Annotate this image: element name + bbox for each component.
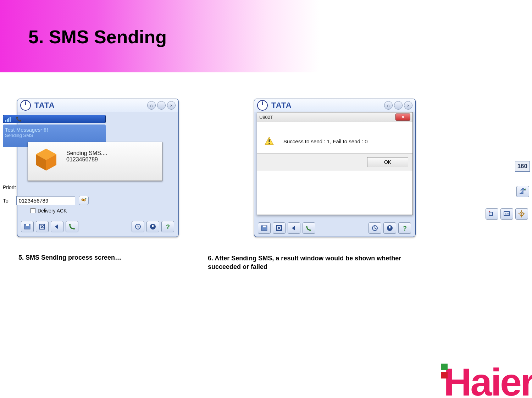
svg-rect-34 [389,226,390,228]
history-button[interactable] [368,222,381,234]
back-button[interactable] [51,221,63,232]
template-button[interactable]: 123 [500,208,513,220]
close-button[interactable]: × [167,101,176,110]
svg-rect-28 [263,226,266,227]
dialog-title: U802T [259,115,273,120]
ok-button[interactable]: OK [367,157,408,167]
svg-rect-25 [269,139,270,142]
back-button[interactable] [288,222,300,234]
to-label: To [3,198,9,204]
brand-label: TATA [34,101,55,110]
dialog-message: Success to send : 1, Fail to send : 0 [283,138,368,144]
result-dialog: U802T ✕ Success to send : 1, Fail to sen… [257,112,413,215]
help-button[interactable]: ? [398,222,411,234]
svg-text:123: 123 [505,213,509,215]
svg-point-18 [69,224,71,225]
package-icon [34,147,59,172]
logo-red-square-icon [441,372,448,378]
compose-side-buttons-2: 123 [484,207,529,221]
svg-text:?: ? [166,223,170,230]
delivery-ack-row[interactable]: Delivery ACK [31,208,67,214]
page-title: 5. SMS Sending [28,26,167,48]
settings-button[interactable] [515,208,528,220]
window-titlebar: TATA ⌂ – × [17,99,178,112]
delivery-ack-checkbox[interactable] [31,208,35,213]
brand-label: TATA [271,101,292,110]
reply-button[interactable] [486,208,498,220]
dialog-close-button[interactable]: ✕ [395,114,410,121]
save-button[interactable] [258,222,271,234]
signal-icon [5,117,14,122]
window-titlebar: TATA ⌂ – × [254,99,415,112]
svg-rect-26 [269,143,270,144]
haier-logo: Haier [444,359,532,398]
home-button[interactable] [146,221,159,232]
pin-button[interactable]: ⌂ [384,101,393,110]
recipient-bar: 📞 [3,115,106,123]
svg-point-4 [83,199,85,201]
to-input[interactable] [16,196,75,205]
history-button[interactable] [132,221,144,232]
caption-right: 6. After Sending SMS, a result window wo… [208,254,410,271]
addressbook-button[interactable] [79,196,89,205]
priority-label-clipped: Priorit [3,184,16,190]
delete-button[interactable] [273,222,286,234]
tata-logo-icon [20,100,31,111]
svg-point-8 [521,213,522,215]
minimize-button[interactable]: – [157,101,166,110]
recipient-bar-icon: 📞 [16,116,22,122]
save-button[interactable] [21,221,34,232]
to-row: To [3,196,89,205]
minimize-button[interactable]: – [394,101,403,110]
close-button[interactable]: × [404,101,412,110]
help-button[interactable]: ? [161,221,174,232]
svg-rect-22 [152,225,154,227]
svg-text:?: ? [403,225,407,232]
logo-green-square-icon [441,364,448,370]
svg-point-19 [73,228,75,230]
call-button[interactable] [66,221,78,232]
delete-button[interactable] [36,221,49,232]
home-button[interactable] [383,222,396,234]
warning-icon [264,136,274,146]
sending-progress-dialog: Sending SMS.... 0123456789 [28,142,162,181]
caption-left: 5. SMS Sending process screen… [18,254,121,261]
call-button[interactable] [303,222,315,234]
pin-button[interactable]: ⌂ [147,101,156,110]
compose-side-buttons [516,184,529,199]
progress-text: Sending SMS.... 0123456789 [66,150,107,163]
char-counter: 160 [515,161,530,172]
svg-rect-14 [26,224,29,226]
tata-logo-icon [257,100,268,111]
dialog-titlebar: U802T ✕ [257,112,412,122]
send-button[interactable] [516,186,529,197]
